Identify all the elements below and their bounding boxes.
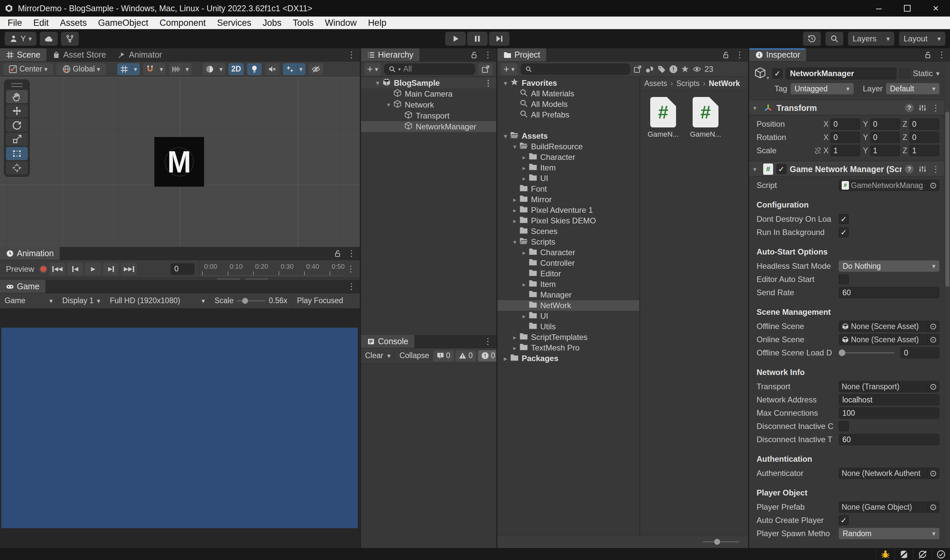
object-picker-icon[interactable]: ⊙ xyxy=(927,180,939,191)
layers-dropdown[interactable]: Layers▾ xyxy=(848,32,894,46)
tab-scene[interactable]: Scene xyxy=(0,48,46,61)
static-dropdown-icon[interactable]: ▾ xyxy=(936,69,939,77)
project-folder-manager[interactable]: Manager xyxy=(498,289,639,300)
foldout-arrow-icon[interactable]: ▸ xyxy=(510,206,520,214)
previous-key-button[interactable]: ◀ xyxy=(67,263,83,275)
search-by-warning-icon[interactable] xyxy=(669,65,678,74)
hierarchy-item-networkmanager[interactable]: NetworkManager xyxy=(361,121,496,132)
error-count-badge[interactable]: 0 xyxy=(478,350,496,362)
global-search-button[interactable] xyxy=(825,32,844,46)
project-folder-character[interactable]: ▸Character xyxy=(498,152,639,163)
overlay-drag-handle[interactable] xyxy=(11,83,23,87)
project-folder-buildresource[interactable]: ▾BuildResource xyxy=(498,142,639,152)
project-folder-mirror[interactable]: ▸Mirror xyxy=(498,194,639,205)
slider[interactable] xyxy=(839,352,894,354)
component-enabled-checkbox[interactable]: ✓ xyxy=(776,164,787,174)
hierarchy-search[interactable]: ▾ xyxy=(384,63,475,75)
draw-mode-dropdown[interactable]: ▾ xyxy=(203,63,225,75)
foldout-arrow-icon[interactable]: ▾ xyxy=(753,104,760,112)
kebab-menu-icon[interactable]: ⋮ xyxy=(938,50,946,60)
project-folder-ui[interactable]: ▸UI xyxy=(498,173,639,184)
presets-icon[interactable] xyxy=(918,165,927,174)
kebab-menu-icon[interactable]: ⋮ xyxy=(347,282,356,292)
foldout-arrow-icon[interactable]: ▾ xyxy=(510,238,520,246)
resolution-dropdown[interactable]: Full HD (1920x1080)▾ xyxy=(105,293,210,308)
record-button[interactable] xyxy=(39,265,47,273)
text-field[interactable]: 100 xyxy=(839,408,939,418)
menu-tools[interactable]: Tools xyxy=(287,18,319,28)
menu-file[interactable]: File xyxy=(2,18,28,28)
script-component-header[interactable]: ▾ # ✓ Game Network Manager (Scri ? ⋮ xyxy=(749,162,944,176)
go-to-start-button[interactable]: ◀◀ xyxy=(49,263,65,275)
search-by-type-icon[interactable] xyxy=(645,65,654,74)
lock-icon[interactable] xyxy=(924,51,932,59)
hierarchy-item-transport[interactable]: Transport xyxy=(361,110,496,121)
grid-snap-button[interactable]: ▾ xyxy=(117,63,140,75)
display-target-dropdown[interactable]: Game▾ xyxy=(0,293,58,308)
breadcrumb-item[interactable]: Assets xyxy=(644,79,667,88)
foldout-arrow-icon[interactable]: ▾ xyxy=(510,143,520,151)
project-folder-network[interactable]: NetWork xyxy=(498,300,639,311)
clear-dropdown-icon[interactable]: ▾ xyxy=(387,352,390,360)
foldout-arrow-icon[interactable]: ▸ xyxy=(520,312,529,320)
lock-icon[interactable] xyxy=(333,249,342,258)
dropdown[interactable]: Random▾ xyxy=(839,528,939,539)
object-field[interactable]: None (Scene Asset)⊙ xyxy=(839,321,939,332)
project-folder-character[interactable]: ▸Character xyxy=(498,247,639,258)
lighting-toggle[interactable] xyxy=(247,63,262,75)
hierarchy-item-blogsample[interactable]: ▾BlogSample⋮ xyxy=(361,77,496,88)
kebab-menu-icon[interactable]: ⋮ xyxy=(484,50,492,60)
tag-dropdown[interactable]: Untagged▾ xyxy=(791,83,854,94)
2d-toggle[interactable]: 2D xyxy=(228,63,244,75)
breadcrumb-item[interactable]: NetWork xyxy=(709,79,740,88)
project-folder-assets[interactable]: ▾Assets xyxy=(498,131,639,142)
scale-x-field[interactable]: 1 xyxy=(830,145,860,156)
checkbox[interactable] xyxy=(839,422,849,431)
layout-dropdown[interactable]: Layout▾ xyxy=(899,32,945,46)
kebab-menu-icon[interactable]: ⋮ xyxy=(484,336,492,346)
object-picker-icon[interactable]: ⊙ xyxy=(927,321,939,332)
menu-gameobject[interactable]: GameObject xyxy=(93,18,154,28)
view-hand-tool[interactable] xyxy=(6,90,28,103)
project-folder-scenes[interactable]: Scenes xyxy=(498,226,639,237)
tab-hierarchy[interactable]: Hierarchy xyxy=(361,48,419,61)
project-folder-textmesh-pro[interactable]: ▸TextMesh Pro xyxy=(498,343,639,353)
checkbox[interactable] xyxy=(839,274,849,284)
open-new-window-button[interactable] xyxy=(478,63,493,75)
foldout-arrow-icon[interactable]: ▸ xyxy=(510,196,520,203)
position-x-field[interactable]: 0 xyxy=(830,118,860,130)
kebab-menu-icon[interactable]: ⋮ xyxy=(931,103,940,113)
static-checkbox[interactable] xyxy=(900,69,910,78)
presets-icon[interactable] xyxy=(918,104,927,112)
auto-refresh-off-icon[interactable] xyxy=(913,548,931,560)
asset-script-file[interactable]: #GameN... xyxy=(645,97,682,138)
script-object-field[interactable]: # GameNetworkManag ⊙ xyxy=(839,180,939,191)
project-folder-pixel-skies-demo[interactable]: ▸Pixel Skies DEMO xyxy=(498,215,639,226)
tab-game[interactable]: Game xyxy=(0,280,45,293)
object-field[interactable]: None (Transport)⊙ xyxy=(839,381,939,392)
foldout-arrow-icon[interactable]: ▾ xyxy=(501,132,510,140)
checkbox[interactable]: ✓ xyxy=(839,228,849,237)
step-button[interactable] xyxy=(489,32,509,46)
tab-animator[interactable]: Animator xyxy=(112,48,168,61)
frame-field[interactable]: 0 xyxy=(171,263,194,275)
hierarchy-item-network[interactable]: ▾Network xyxy=(361,99,496,110)
help-icon[interactable]: ? xyxy=(905,165,914,174)
menu-help[interactable]: Help xyxy=(362,18,392,28)
foldout-arrow-icon[interactable]: ▾ xyxy=(373,79,382,87)
go-to-end-button[interactable]: ▶▶ xyxy=(121,263,137,275)
checkbox[interactable]: ✓ xyxy=(839,214,849,224)
position-y-field[interactable]: 0 xyxy=(870,118,900,130)
hierarchy-search-input[interactable] xyxy=(403,64,471,74)
kebab-menu-icon[interactable]: ⋮ xyxy=(347,50,356,60)
scale-y-field[interactable]: 1 xyxy=(870,145,900,156)
menu-edit[interactable]: Edit xyxy=(28,18,55,28)
tab-animation[interactable]: Animation xyxy=(0,247,60,260)
scene-viewport[interactable]: M xyxy=(0,77,360,247)
clear-button[interactable]: Clear xyxy=(363,351,385,360)
project-folder-editor[interactable]: Editor xyxy=(498,268,639,279)
kebab-menu-icon[interactable]: ⋮ xyxy=(931,164,940,174)
foldout-arrow-icon[interactable]: ▸ xyxy=(510,217,520,225)
collapse-toggle[interactable]: Collapse xyxy=(398,351,431,360)
unit-snap-button[interactable]: ▾ xyxy=(169,63,191,75)
